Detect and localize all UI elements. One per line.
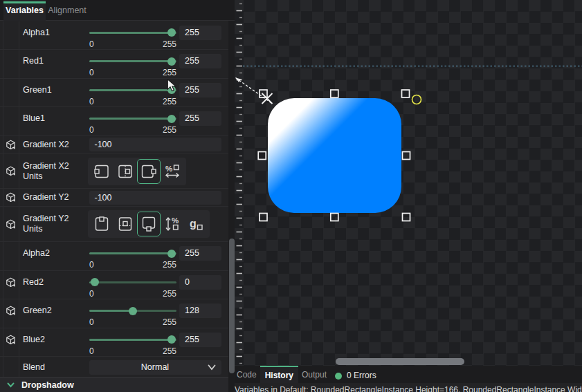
value-field[interactable]: -100 (89, 138, 221, 151)
slider-max-label: 255 (145, 346, 176, 356)
blend-dropdown[interactable]: Normal (89, 360, 221, 375)
value-field[interactable]: 255 (179, 246, 221, 261)
selection-handle[interactable] (331, 90, 338, 97)
unit-icon-h-right (140, 163, 157, 180)
bottom-tab-bar: Code History Output 0 Errors (235, 366, 582, 383)
value-field[interactable]: 0 (179, 275, 221, 290)
unit-option-v-group[interactable]: g (184, 212, 208, 236)
linked-cube-icon (6, 335, 16, 345)
unit-icon-h-left (93, 163, 110, 180)
attribute-row-gradient-y2-units: Gradient Y2 Units % g (0, 207, 229, 243)
selection-handle[interactable] (402, 90, 410, 97)
slider-track[interactable] (89, 339, 176, 341)
svg-text:g: g (190, 218, 197, 230)
unit-option-v-top[interactable] (90, 212, 113, 236)
attribute-row-blue1: Blue10255255 (0, 107, 229, 136)
attribute-label: Gradient Y2 (23, 192, 88, 203)
slider-track[interactable] (89, 118, 176, 120)
slider-min-label: 0 (89, 68, 94, 77)
unit-option-v-bottom[interactable] (137, 212, 161, 236)
attribute-label: Green2 (23, 306, 88, 316)
selection-handle[interactable] (258, 152, 266, 160)
slider-min-label: 0 (89, 289, 94, 299)
unit-option-h-left[interactable] (90, 159, 113, 184)
status-bar: Variables in Default: RoundedRectangleIn… (235, 383, 582, 392)
slider-min-label: 0 (89, 260, 94, 270)
value-field[interactable]: 255 (179, 333, 221, 347)
slider-min-label: 0 (89, 125, 94, 135)
slider-track[interactable] (89, 60, 176, 62)
attribute-label: Gradient X2 (23, 140, 88, 150)
attribute-label: Red2 (23, 277, 88, 288)
slider-max-label: 255 (145, 289, 176, 299)
slider-knob[interactable] (167, 250, 176, 258)
selection-handle[interactable] (403, 214, 410, 221)
viewport-overlay (235, 0, 582, 392)
error-status: 0 Errors (335, 370, 376, 380)
slider-knob[interactable] (167, 57, 176, 66)
svg-text:%: % (172, 216, 179, 225)
attribute-row-alpha2: Alpha20255255 (0, 242, 229, 271)
rounded-rectangle-shape[interactable] (268, 98, 401, 213)
chevron-down-icon (208, 364, 216, 371)
value-field[interactable]: 255 (179, 26, 221, 40)
unit-option-h-percent[interactable]: % (161, 159, 184, 184)
slider-track[interactable] (89, 252, 176, 254)
slider-track[interactable] (89, 281, 176, 283)
value-field[interactable]: 128 (179, 304, 221, 318)
mouse-cursor-icon (167, 79, 176, 92)
rotation-handle[interactable] (412, 95, 421, 104)
slider-track[interactable] (89, 89, 176, 91)
slider-max-label: 255 (145, 68, 176, 77)
linked-cube-icon (6, 306, 16, 316)
slider-min-label: 0 (89, 97, 94, 106)
slider-knob[interactable] (167, 115, 176, 123)
viewport-canvas[interactable] (235, 0, 582, 392)
slider-knob[interactable] (129, 307, 137, 315)
slider-track[interactable] (89, 32, 176, 34)
selection-handle[interactable] (260, 214, 267, 221)
selection-handle[interactable] (403, 152, 410, 160)
panel-scrollbar-thumb[interactable] (229, 239, 235, 373)
value-field[interactable]: -100 (89, 191, 221, 205)
viewport-h-scrollbar[interactable] (336, 358, 464, 365)
tab-alignment[interactable]: Alignment (46, 0, 89, 21)
unit-option-v-center[interactable] (113, 212, 137, 236)
tab-history[interactable]: History (260, 366, 298, 383)
unit-icon-v-center (117, 216, 134, 232)
attribute-label: Blend (23, 362, 88, 373)
attribute-label: Red1 (23, 56, 88, 66)
slider-knob[interactable] (167, 28, 176, 37)
selection-handle[interactable] (331, 214, 338, 221)
tab-output-label: Output (302, 370, 327, 380)
value-field[interactable]: 255 (179, 54, 221, 68)
tab-code-label: Code (237, 370, 257, 380)
status-dot-icon (335, 373, 342, 380)
attribute-panel: Variables Alignment Alpha10255255Red1025… (0, 0, 235, 392)
slider-knob[interactable] (91, 278, 99, 286)
unit-option-v-percent[interactable]: % (161, 212, 184, 236)
chevron-down-icon (7, 382, 15, 388)
section-header-dropshadow[interactable]: Dropshadow (0, 377, 229, 392)
tab-alignment-label: Alignment (48, 6, 87, 15)
slider-knob[interactable] (167, 335, 176, 344)
linked-cube-icon (6, 219, 16, 230)
linked-cube-icon (6, 192, 16, 203)
tab-variables[interactable]: Variables (3, 0, 46, 21)
slider-max-label: 255 (145, 317, 176, 327)
attribute-row-gradient-x2: Gradient X2-100 (0, 136, 229, 154)
selection-handle[interactable] (260, 90, 267, 97)
attribute-row-red1: Red10255255 (0, 50, 229, 79)
value-field[interactable]: 255 (179, 111, 221, 126)
value-field[interactable]: 255 (179, 83, 221, 97)
slider-min-label: 0 (89, 346, 94, 356)
attribute-label: Green1 (23, 85, 88, 95)
unit-option-h-center[interactable] (113, 159, 137, 184)
linked-cube-icon (6, 277, 16, 288)
attribute-row-alpha1: Alpha10255255 (0, 21, 229, 50)
tab-output[interactable]: Output (298, 366, 330, 383)
tab-code[interactable]: Code (233, 366, 260, 383)
unit-icon-v-percent: % (164, 216, 181, 232)
attribute-row-blue2: Blue20255255 (0, 328, 229, 357)
unit-option-h-right[interactable] (137, 159, 161, 184)
